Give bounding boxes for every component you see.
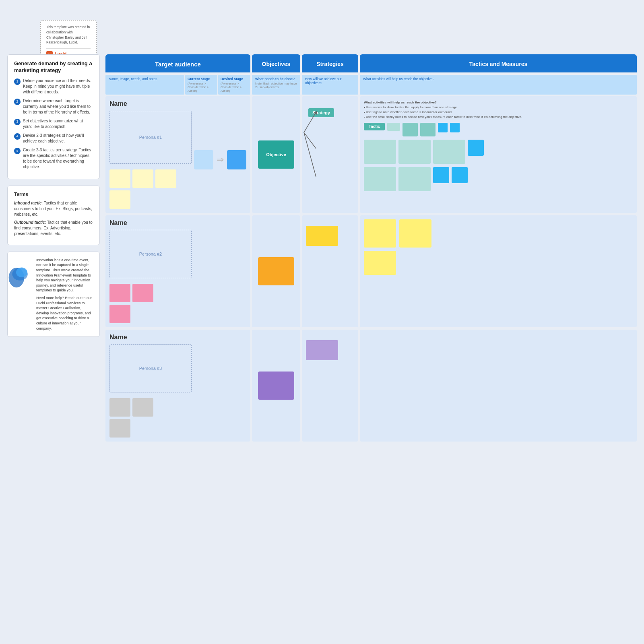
tactic-blue-5: [452, 167, 468, 183]
tactic-blue-2: [450, 123, 460, 132]
step-text-1: Define your audience and their needs. Ke…: [23, 78, 93, 95]
objective-box-1: Objective: [258, 140, 294, 169]
strategy-sticky-2: [306, 226, 338, 246]
col-header-target: Target audience: [105, 54, 250, 72]
instruction-1: 1 Define your audience and their needs. …: [14, 78, 93, 95]
stage-col-3: [194, 344, 246, 438]
tactic-sticky-2a: [364, 140, 396, 164]
tactics-cell-row1: What activities will help us reach the o…: [360, 96, 637, 213]
sticky-yellow-sm-1: [109, 169, 130, 188]
name-image-label: Name, image, needs, and notes: [109, 77, 157, 81]
sticky-notes-row2b: [109, 305, 192, 323]
stage-row-1a: ⇒: [194, 150, 246, 169]
subheader-name: Name, image, needs, and notes: [105, 75, 184, 95]
sticky-yellow-sm-2: [132, 169, 153, 188]
outbound-term: Outbound tactic: Tactics that enable you…: [14, 220, 93, 237]
tactic-sticky-3a: [364, 167, 396, 191]
tactics-stickies-2: [364, 219, 633, 275]
template-card-text: This template was created in collaborati…: [46, 25, 91, 45]
objectives-header: Objectives: [262, 61, 291, 67]
promo-text: Innovation isn't a one-time event, nor c…: [36, 258, 93, 331]
subheader-current: Current stage (Awareness > Consideration…: [185, 75, 217, 95]
instructions-title: Generate demand by creating a marketing …: [14, 60, 93, 74]
sticky-gray-3: [109, 419, 130, 438]
objectives-note: Note: Each objective may have 2+ sub-obj…: [255, 82, 297, 89]
row1-name: Name: [109, 100, 246, 107]
tactic-yellow-1: [364, 219, 396, 248]
objective-box-3: [258, 372, 294, 400]
objective-box-2: [258, 257, 294, 285]
tactic-row-2-1: [364, 219, 633, 248]
strategies-header: Strategies: [316, 61, 344, 67]
row2-name: Name: [109, 219, 246, 227]
sticky-notes-row1b: [109, 190, 192, 209]
sticky-yellow-sm-4: [109, 190, 130, 209]
tactics-note-1: What activities will help us reach the o…: [364, 100, 633, 120]
sticky-pink-2: [132, 284, 153, 302]
current-stage-block-1: [194, 150, 213, 169]
objectives-cell-row3: [252, 330, 300, 442]
terms-title: Terms: [14, 192, 93, 197]
tactics-cell-row2: [360, 215, 637, 327]
strategy-text-1: Strategy: [308, 108, 334, 117]
tactic-row-3: [364, 167, 633, 191]
sticky-notes-row3a: [109, 398, 192, 417]
stage-col-2: [194, 230, 246, 323]
tactic-sticky-2b: [398, 140, 431, 164]
promo-ellipse: [8, 260, 36, 288]
objectives-cell-row2: [252, 215, 300, 327]
desired-stage-note: (Awareness > Consideration > Action): [221, 82, 248, 93]
instruction-5: 5 Create 2-3 tactics per strategy. Tacti…: [14, 147, 93, 170]
step-text-5: Create 2-3 tactics per strategy. Tactics…: [23, 147, 93, 170]
step-number-3: 3: [14, 119, 21, 125]
persona-label-3: Persona #3: [139, 366, 162, 371]
strategy-label-1: Strategy: [308, 108, 334, 117]
tactic-sticky-2c: [433, 140, 465, 164]
strategies-cell-row3: [302, 330, 358, 442]
current-stage-note: (Awareness > Consideration > Action): [188, 82, 215, 93]
persona-box-2: Persona #2: [109, 230, 192, 278]
sticky-notes-row3b: [109, 419, 192, 438]
instructions-box: Generate demand by creating a marketing …: [7, 54, 100, 179]
svg-line-4: [304, 132, 316, 149]
persona-box-3: Persona #3: [109, 344, 192, 392]
step-number-2: 2: [14, 99, 21, 105]
tactic-yellow-3: [364, 251, 396, 275]
terms-box: Terms Inbound tactic: Tactics that enabl…: [7, 186, 100, 245]
sticky-notes-row2a: [109, 284, 192, 302]
tactic-blue-1: [438, 123, 448, 132]
what-activities-label: What activities will help us reach the o…: [363, 77, 434, 81]
tactic-row-2-2: [364, 251, 633, 275]
tactic-blue-4: [433, 167, 449, 183]
svg-line-5: [304, 132, 316, 177]
tactic-blue-3: [468, 140, 484, 156]
arrow-icon-1: ⇒: [217, 155, 224, 165]
subheader-row: Name, image, needs, and notes Current st…: [105, 75, 637, 95]
tactics-stickies-1: Tactic: [364, 123, 633, 191]
step-text-3: Set objectives to summarize what you'd l…: [23, 118, 93, 130]
tactic-sticky-1a: [402, 123, 418, 136]
measure-sticky-1: [387, 123, 400, 131]
objective-label-1: Objective: [266, 152, 286, 157]
persona-label-2: Persona #2: [139, 252, 162, 256]
col-header-objectives: Objectives: [252, 54, 300, 72]
header-row: Target audience Objectives Strategies Ta…: [105, 54, 637, 72]
target-audience-header: Target audience: [155, 61, 201, 68]
current-stage-label: Current stage: [188, 77, 215, 81]
promo-box: Innovation isn't a one-time event, nor c…: [7, 252, 100, 337]
step-number-1: 1: [14, 78, 21, 85]
inbound-term: Inbound tactic: Tactics that enable cons…: [14, 200, 93, 217]
tactic-label-1: Tactic: [364, 123, 385, 130]
col-header-strategies: Strategies: [302, 54, 358, 72]
target-cell-row2: Name Persona #2: [105, 215, 250, 327]
table-row: Name Persona #2: [105, 215, 637, 327]
table-row: Name Persona #3: [105, 330, 637, 442]
sticky-yellow-sm-3: [155, 169, 176, 188]
target-cell-row3: Name Persona #3: [105, 330, 250, 442]
subheader-strategies: How will we achieve our objectives?: [302, 75, 358, 95]
col-header-tactics: Tactics and Measures: [360, 54, 637, 72]
subheader-objectives: What needs to be done? Note: Each object…: [252, 75, 300, 95]
data-rows: Name Persona #1: [105, 96, 637, 442]
objectives-cell-row1: Objective: [252, 96, 300, 213]
step-number-4: 4: [14, 133, 21, 140]
